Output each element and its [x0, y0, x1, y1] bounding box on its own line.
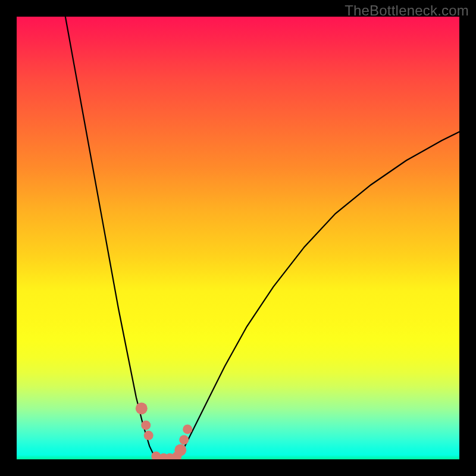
marker-group — [136, 402, 192, 459]
watermark-text: TheBottleneck.com — [345, 2, 469, 19]
highlight-marker — [141, 421, 151, 430]
highlight-marker — [174, 444, 186, 456]
highlight-marker — [136, 402, 148, 414]
highlight-marker — [179, 435, 189, 444]
curve-group — [65, 17, 459, 459]
bottleneck-curve — [65, 17, 459, 459]
chart-svg — [17, 17, 459, 459]
plot-area — [17, 17, 459, 459]
highlight-marker — [144, 431, 154, 440]
highlight-marker — [183, 424, 192, 434]
chart-frame: TheBottleneck.com — [0, 0, 476, 476]
